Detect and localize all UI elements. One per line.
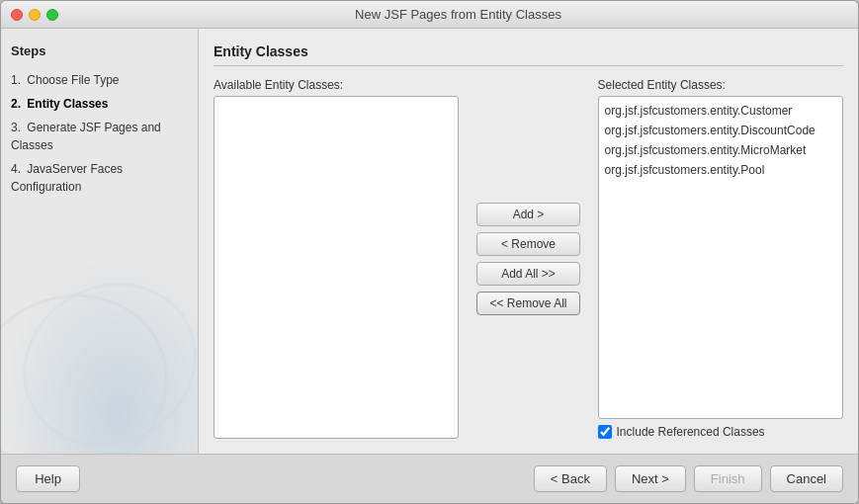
selected-item-2: org.jsf.jsfcustomers.entity.MicroMarket (603, 140, 838, 160)
panels-row: Available Entity Classes: Add > < Remove… (214, 78, 843, 439)
include-referenced-checkbox[interactable] (598, 425, 612, 439)
step-4: 4. JavaServer Faces Configuration (11, 157, 188, 199)
selected-item-3: org.jsf.jsfcustomers.entity.Pool (603, 160, 838, 180)
checkbox-label: Include Referenced Classes (617, 425, 765, 439)
cancel-button[interactable]: Cancel (770, 465, 843, 492)
add-button[interactable]: Add > (476, 203, 579, 226)
step-2: 2. Entity Classes (11, 92, 188, 116)
back-button[interactable]: < Back (534, 465, 607, 492)
dialog-window: New JSF Pages from Entity Classes Steps … (0, 0, 859, 504)
finish-button[interactable]: Finish (694, 465, 762, 492)
step-1: 1. Choose File Type (11, 68, 188, 92)
steps-list: 1. Choose File Type 2. Entity Classes 3.… (11, 68, 188, 199)
remove-button[interactable]: < Remove (476, 232, 579, 256)
maximize-button[interactable] (46, 9, 58, 21)
panel-title: Entity Classes (214, 43, 843, 66)
available-label: Available Entity Classes: (214, 78, 459, 92)
checkbox-row: Include Referenced Classes (598, 425, 843, 439)
remove-all-button[interactable]: << Remove All (476, 292, 579, 315)
steps-title: Steps (11, 43, 188, 58)
selected-panel: Selected Entity Classes: org.jsf.jsfcust… (598, 78, 843, 439)
help-button[interactable]: Help (16, 465, 80, 492)
footer: Help < Back Next > Finish Cancel (1, 454, 858, 503)
window-title: New JSF Pages from Entity Classes (68, 7, 848, 22)
selected-label: Selected Entity Classes: (598, 78, 843, 92)
minimize-button[interactable] (29, 9, 41, 21)
main-content: Steps 1. Choose File Type 2. Entity Clas… (1, 29, 858, 454)
next-button[interactable]: Next > (615, 465, 686, 492)
selected-item-1: org.jsf.jsfcustomers.entity.DiscountCode (603, 121, 838, 140)
add-all-button[interactable]: Add All >> (476, 262, 579, 286)
step-3: 3. Generate JSF Pages and Classes (11, 116, 188, 157)
main-panel: Entity Classes Available Entity Classes:… (199, 29, 858, 454)
selected-item-0: org.jsf.jsfcustomers.entity.Customer (603, 101, 838, 121)
selected-listbox[interactable]: org.jsf.jsfcustomers.entity.Customer org… (598, 96, 843, 419)
sidebar: Steps 1. Choose File Type 2. Entity Clas… (1, 29, 199, 454)
watermark (1, 256, 198, 454)
available-listbox[interactable] (214, 96, 459, 439)
titlebar: New JSF Pages from Entity Classes (1, 1, 858, 29)
buttons-column: Add > < Remove Add All >> << Remove All (469, 78, 587, 439)
available-panel: Available Entity Classes: (214, 78, 459, 439)
close-button[interactable] (11, 9, 23, 21)
traffic-lights (11, 9, 58, 21)
